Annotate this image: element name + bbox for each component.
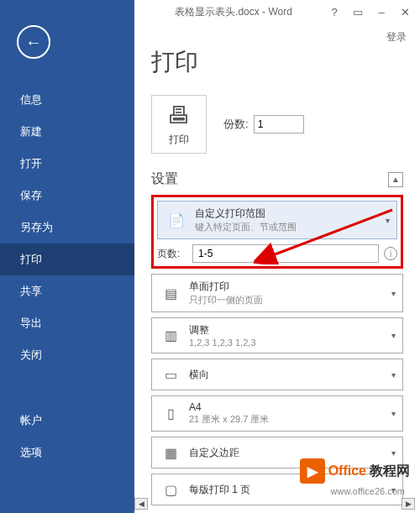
nav-new[interactable]: 新建 bbox=[0, 116, 134, 148]
nav-open[interactable]: 打开 bbox=[0, 148, 134, 180]
pages-input[interactable] bbox=[192, 244, 379, 263]
scroll-right-button[interactable]: ▶ bbox=[402, 498, 415, 510]
setting-sub: 1,2,3 1,2,3 1,2,3 bbox=[189, 338, 385, 348]
print-button-label: 打印 bbox=[169, 133, 189, 147]
back-arrow-icon: ← bbox=[25, 33, 42, 52]
page-side-icon: ▤ bbox=[159, 283, 182, 303]
chevron-down-icon: ▾ bbox=[391, 409, 396, 418]
watermark-url: www.office26.com bbox=[331, 486, 405, 496]
nav-options[interactable]: 选项 bbox=[0, 437, 134, 469]
orientation-icon: ▭ bbox=[159, 364, 182, 385]
main-panel: 打印 🖶 打印 份数: 设置 ▲ 📄 自定义打印范围 键入特定页面、节或 bbox=[134, 0, 420, 513]
window-menu-button[interactable]: ▭ bbox=[349, 3, 366, 20]
highlight-annotation: 📄 自定义打印范围 键入特定页面、节或范围 ▾ 页数: i bbox=[151, 195, 403, 269]
copies-input[interactable] bbox=[254, 115, 304, 133]
watermark: ▶ Office 教程网 bbox=[300, 458, 410, 484]
chevron-down-icon: ▾ bbox=[391, 331, 396, 340]
setting-sub: 21 厘米 x 29.7 厘米 bbox=[189, 413, 385, 426]
page-title: 打印 bbox=[151, 46, 403, 78]
setting-print-range[interactable]: 📄 自定义打印范围 键入特定页面、节或范围 ▾ bbox=[157, 201, 397, 239]
chevron-down-icon: ▾ bbox=[391, 370, 396, 380]
nav-account[interactable]: 帐户 bbox=[0, 405, 134, 437]
setting-title: 自定义边距 bbox=[189, 446, 385, 460]
scroll-left-button[interactable]: ◀ bbox=[134, 498, 148, 510]
print-button[interactable]: 🖶 打印 bbox=[151, 95, 207, 154]
back-button[interactable]: ← bbox=[17, 25, 50, 59]
setting-title: 横向 bbox=[189, 368, 385, 382]
setting-sub: 只打印一侧的页面 bbox=[189, 294, 385, 306]
setting-title: 单面打印 bbox=[189, 280, 385, 294]
info-icon[interactable]: i bbox=[384, 247, 397, 260]
setting-sub: 键入特定页面、节或范围 bbox=[195, 221, 379, 233]
setting-title: 调整 bbox=[189, 323, 385, 338]
nav-save[interactable]: 保存 bbox=[0, 180, 134, 212]
close-button[interactable]: ✕ bbox=[396, 3, 413, 20]
setting-title: A4 bbox=[189, 401, 385, 413]
chevron-down-icon: ▾ bbox=[391, 448, 396, 458]
margins-icon: ▦ bbox=[159, 442, 182, 463]
nav-close[interactable]: 关闭 bbox=[0, 339, 134, 371]
setting-collate[interactable]: ▥ 调整 1,2,3 1,2,3 1,2,3 ▾ bbox=[151, 317, 403, 353]
pages-label: 页数: bbox=[157, 247, 187, 261]
watermark-icon: ▶ bbox=[300, 458, 325, 484]
chevron-down-icon: ▾ bbox=[386, 216, 390, 225]
scroll-up-button[interactable]: ▲ bbox=[388, 172, 403, 187]
watermark-brand1: Office bbox=[328, 463, 366, 479]
printer-icon: 🖶 bbox=[167, 102, 191, 129]
window-title: 表格显示表头.docx - Word bbox=[141, 5, 326, 19]
pages-icon: 📄 bbox=[165, 210, 188, 230]
paper-icon: ▯ bbox=[159, 404, 182, 424]
copies-label: 份数: bbox=[223, 117, 249, 132]
sidebar: ← 信息 新建 打开 保存 另存为 打印 共享 导出 关闭 帐户 选项 bbox=[0, 0, 134, 513]
chevron-down-icon: ▾ bbox=[391, 289, 396, 298]
collate-icon: ▥ bbox=[159, 326, 182, 346]
nav-saveas[interactable]: 另存为 bbox=[0, 212, 134, 243]
setting-orientation[interactable]: ▭ 横向 ▾ bbox=[151, 359, 403, 390]
setting-title: 自定义打印范围 bbox=[195, 207, 379, 221]
nav-share[interactable]: 共享 bbox=[0, 275, 134, 307]
horizontal-scrollbar[interactable]: ◀ ▶ bbox=[134, 498, 415, 510]
settings-title: 设置 bbox=[151, 170, 178, 188]
setting-one-sided[interactable]: ▤ 单面打印 只打印一侧的页面 ▾ bbox=[151, 274, 403, 312]
setting-paper-size[interactable]: ▯ A4 21 厘米 x 29.7 厘米 ▾ bbox=[151, 395, 403, 432]
watermark-brand2: 教程网 bbox=[370, 463, 410, 480]
nav-export[interactable]: 导出 bbox=[0, 307, 134, 339]
minimize-button[interactable]: – bbox=[373, 3, 390, 20]
sheet-icon: ▢ bbox=[159, 479, 182, 500]
nav-info[interactable]: 信息 bbox=[0, 84, 134, 116]
nav-print[interactable]: 打印 bbox=[0, 243, 134, 275]
help-button[interactable]: ? bbox=[326, 3, 343, 20]
